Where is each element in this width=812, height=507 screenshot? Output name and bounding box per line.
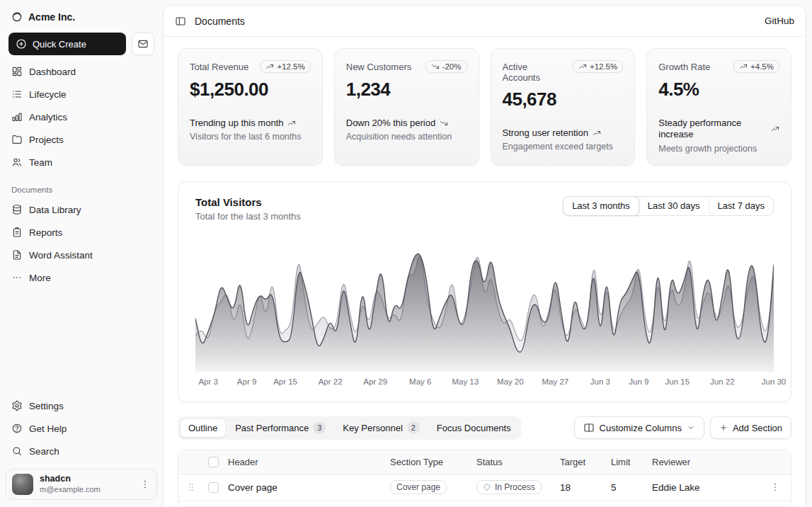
chart-title: Total Visitors bbox=[195, 196, 301, 208]
cell-header[interactable]: Cover page bbox=[224, 482, 386, 493]
stat-footer-title: Trending up this month bbox=[190, 118, 311, 129]
sidebar-item-analytics[interactable]: Analytics bbox=[6, 106, 157, 127]
sections-table: Header Section Type Status Target Limit … bbox=[178, 450, 791, 507]
select-all-checkbox[interactable] bbox=[208, 457, 219, 467]
tab-outline[interactable]: Outline bbox=[180, 418, 226, 438]
range-last-7-days[interactable]: Last 7 days bbox=[709, 197, 774, 215]
sidebar-item-lifecycle[interactable]: Lifecycle bbox=[6, 84, 157, 105]
table-row: Cover page Cover page In Process 18 5 Ed… bbox=[178, 474, 791, 501]
avatar bbox=[12, 474, 33, 495]
trending-up-icon bbox=[265, 62, 274, 71]
layout-dashboard-icon bbox=[11, 66, 23, 77]
github-link[interactable]: GitHub bbox=[765, 16, 794, 26]
col-header: Header bbox=[224, 457, 386, 467]
stat-label: New Customers bbox=[346, 60, 411, 72]
range-last-30-days[interactable]: Last 30 days bbox=[639, 197, 709, 215]
stat-label: Growth Rate bbox=[658, 60, 710, 72]
status-badge: In Process bbox=[476, 480, 542, 494]
users-icon bbox=[11, 156, 23, 168]
stat-footer-desc: Visitors for the last 6 months bbox=[190, 132, 311, 142]
stat-footer-desc: Meets growth projections bbox=[658, 144, 779, 154]
row-checkbox[interactable] bbox=[208, 482, 219, 493]
database-icon bbox=[11, 204, 23, 215]
cell-reviewer: Eddie Lake bbox=[648, 482, 760, 493]
quick-create-label: Quick Create bbox=[33, 39, 86, 50]
sidebar-item-get-help[interactable]: Get Help bbox=[6, 418, 157, 439]
clipboard-icon bbox=[11, 227, 23, 238]
x-axis-label: Jun 22 bbox=[710, 377, 735, 386]
x-axis-label: Apr 9 bbox=[237, 377, 257, 386]
total-visitors-card: Total Visitors Total for the last 3 mont… bbox=[178, 181, 791, 402]
page-header: Documents GitHub bbox=[164, 6, 806, 37]
sidebar-item-reports[interactable]: Reports bbox=[6, 222, 157, 243]
list-icon bbox=[11, 89, 23, 100]
quick-create-button[interactable]: Quick Create bbox=[8, 33, 126, 55]
sidebar: Acme Inc. Quick Create Dashboard Lifecyc… bbox=[0, 0, 163, 507]
col-section-type: Section Type bbox=[386, 457, 472, 467]
trending-down-icon bbox=[431, 62, 440, 71]
user-menu[interactable]: shadcn m@example.com bbox=[6, 469, 157, 500]
stat-cards: Total Revenue +12.5% $1,250.00 Trending … bbox=[178, 48, 791, 166]
x-axis-label: Apr 22 bbox=[319, 377, 343, 386]
trend-badge: +12.5% bbox=[573, 60, 623, 73]
tab-past-performance[interactable]: Past Performance 3 bbox=[227, 418, 333, 438]
trend-badge: +4.5% bbox=[733, 60, 779, 73]
org-name: Acme Inc. bbox=[28, 11, 75, 23]
sidebar-item-label: Search bbox=[29, 446, 59, 457]
sidebar-item-projects[interactable]: Projects bbox=[6, 129, 157, 150]
sidebar-toggle-button[interactable] bbox=[175, 16, 186, 27]
trend-badge: +12.5% bbox=[260, 60, 310, 73]
range-last-3-months[interactable]: Last 3 months bbox=[563, 196, 639, 216]
x-axis-label: Jun 3 bbox=[590, 377, 610, 386]
x-axis-label: May 13 bbox=[452, 377, 479, 386]
user-email: m@example.com bbox=[40, 485, 133, 495]
trending-up-icon bbox=[578, 62, 587, 71]
mail-icon bbox=[137, 38, 149, 50]
x-axis-label: Jun 15 bbox=[665, 377, 690, 386]
sidebar-item-settings[interactable]: Settings bbox=[6, 395, 157, 416]
sidebar-item-dashboard[interactable]: Dashboard bbox=[6, 61, 157, 82]
stat-value: 4.5% bbox=[658, 79, 779, 101]
customize-columns-button[interactable]: Customize Columns bbox=[574, 416, 704, 439]
chevron-down-icon bbox=[687, 423, 695, 432]
file-text-icon bbox=[11, 249, 23, 261]
section-type-badge: Cover page bbox=[390, 480, 447, 494]
table-header-row: Header Section Type Status Target Limit … bbox=[178, 450, 791, 474]
tab-key-personnel[interactable]: Key Personnel 2 bbox=[335, 418, 428, 438]
x-axis-label: May 6 bbox=[409, 377, 431, 386]
row-menu-button[interactable] bbox=[764, 482, 787, 493]
loader-icon bbox=[483, 483, 491, 491]
drag-handle-icon[interactable] bbox=[183, 482, 200, 493]
sidebar-item-team[interactable]: Team bbox=[6, 152, 157, 173]
sidebar-item-more[interactable]: More bbox=[6, 267, 157, 288]
inbox-button[interactable] bbox=[132, 33, 154, 55]
plus-icon bbox=[719, 423, 728, 432]
stat-footer-title: Strong user retention bbox=[503, 127, 624, 139]
stat-card-growth-rate: Growth Rate +4.5% 4.5% Steady performanc… bbox=[646, 48, 791, 166]
col-target: Target bbox=[553, 457, 604, 467]
sidebar-item-label: Team bbox=[29, 157, 52, 168]
sidebar-item-label: More bbox=[29, 273, 51, 283]
sidebar-item-word-assistant[interactable]: Word Assistant bbox=[6, 244, 157, 266]
sidebar-item-data-library[interactable]: Data Library bbox=[6, 199, 157, 220]
search-icon bbox=[11, 445, 23, 457]
circle-plus-icon bbox=[16, 38, 27, 50]
org-switcher[interactable]: Acme Inc. bbox=[6, 7, 157, 27]
sidebar-item-label: Analytics bbox=[29, 112, 67, 123]
x-axis-label: Apr 29 bbox=[363, 377, 387, 386]
x-axis-label: Apr 3 bbox=[198, 377, 218, 386]
help-circle-icon bbox=[11, 423, 23, 434]
gear-icon bbox=[11, 400, 23, 411]
sidebar-item-label: Reports bbox=[29, 227, 62, 238]
table-row-partial bbox=[178, 501, 791, 507]
range-toggle-group: Last 3 months Last 30 days Last 7 days bbox=[563, 196, 774, 216]
stat-footer-title: Down 20% this period bbox=[346, 118, 467, 129]
trending-up-icon bbox=[739, 62, 748, 71]
visitors-chart-svg bbox=[195, 237, 774, 372]
trending-up-icon bbox=[771, 125, 779, 133]
folder-icon bbox=[11, 134, 23, 145]
tab-focus-documents[interactable]: Focus Documents bbox=[429, 418, 519, 438]
sidebar-item-search[interactable]: Search bbox=[6, 440, 157, 462]
table-toolbar: Outline Past Performance 3 Key Personnel… bbox=[178, 416, 791, 440]
add-section-button[interactable]: Add Section bbox=[710, 416, 791, 439]
